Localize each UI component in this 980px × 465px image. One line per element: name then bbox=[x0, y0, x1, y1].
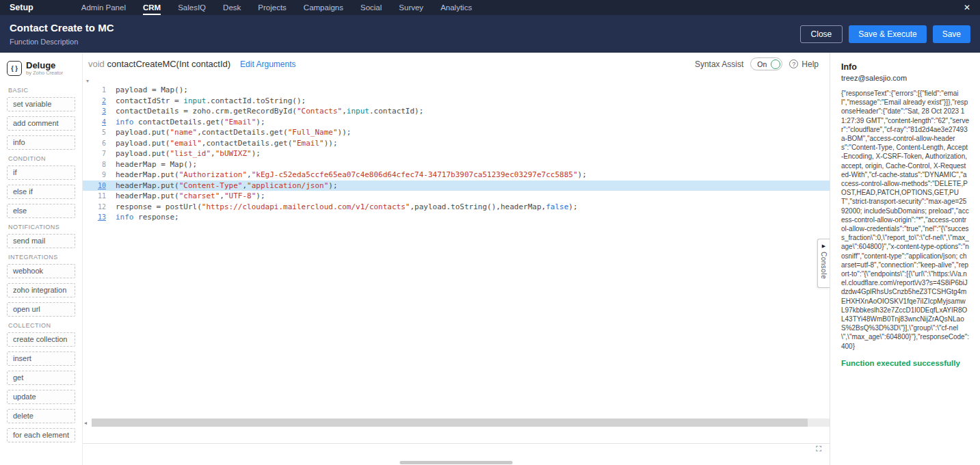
nav-item-survey[interactable]: Survey bbox=[399, 0, 423, 15]
edit-arguments-link[interactable]: Edit Arguments bbox=[240, 59, 295, 69]
line-number: 12 bbox=[83, 202, 116, 213]
line-number: 1 bbox=[83, 85, 116, 96]
editor-toolbar-right: Syntax Assist On ? Help bbox=[695, 57, 830, 70]
code-line-2[interactable]: 2contactIdStr = input.contactId.toString… bbox=[83, 96, 830, 107]
close-button[interactable]: Close bbox=[800, 25, 843, 43]
code-text: payload = Map(); bbox=[116, 85, 188, 96]
sidebar-item-zoho-integration[interactable]: zoho integration bbox=[7, 283, 75, 297]
sidebar-item-else-if[interactable]: else if bbox=[7, 185, 75, 199]
console-tab-label: Console bbox=[820, 252, 827, 279]
sidebar-item-insert[interactable]: insert bbox=[7, 351, 75, 366]
fullscreen-icon[interactable]: ⛶ bbox=[816, 444, 821, 453]
code-line-11[interactable]: 11headerMap.put("charset","UTF-8"); bbox=[83, 191, 830, 202]
info-email: treez@salesjio.com bbox=[841, 74, 969, 82]
save-button[interactable]: Save bbox=[933, 25, 970, 43]
console-arrow-icon: ▶ bbox=[822, 243, 825, 249]
sidebar-item-get[interactable]: get bbox=[7, 371, 75, 385]
console-resize-handle[interactable] bbox=[400, 461, 513, 464]
nav-item-crm[interactable]: CRM bbox=[143, 0, 161, 15]
line-number: 10 bbox=[83, 181, 116, 191]
code-line-3[interactable]: 3contactDetails = zoho.crm.getRecordById… bbox=[83, 106, 830, 117]
line-number: 3 bbox=[83, 106, 116, 117]
sidebar-item-add-comment[interactable]: add comment bbox=[7, 116, 75, 131]
console-tab[interactable]: ▶ Console bbox=[817, 239, 830, 288]
sidebar-item-info[interactable]: info bbox=[7, 135, 75, 150]
editor-toolbar: void contactCreateMC(Int contactId) Edit… bbox=[83, 53, 830, 75]
line-number: 9 bbox=[83, 170, 116, 181]
nav-item-campaigns[interactable]: Campaigns bbox=[304, 0, 343, 15]
code-line-4[interactable]: 4info contactDetails.get("Email"); bbox=[83, 117, 830, 128]
code-line-13[interactable]: 13info response; bbox=[83, 212, 830, 223]
code-line-6[interactable]: 6payload.put("email",contactDetails.get(… bbox=[83, 138, 830, 149]
deluge-logo-name: Deluge bbox=[26, 61, 63, 70]
sidebar-item-set-variable[interactable]: set variable bbox=[7, 97, 75, 111]
setup-brand[interactable]: Setup bbox=[10, 3, 34, 12]
nav-item-social[interactable]: Social bbox=[360, 0, 382, 15]
sidebar-item-delete[interactable]: delete bbox=[7, 409, 75, 423]
nav-item-projects[interactable]: Projects bbox=[258, 0, 287, 15]
code-line-12[interactable]: 12response = postUrl("https://cloudapi.m… bbox=[83, 202, 830, 213]
code-text: payload.put("name",contactDetails.get("F… bbox=[116, 127, 351, 138]
code-line-8[interactable]: 8headerMap = Map(); bbox=[83, 159, 830, 170]
code-line-9[interactable]: 9headerMap.put("Authorization","kEgJ-c52… bbox=[83, 170, 830, 181]
sidebar-section-label: INTEGRATIONS bbox=[8, 254, 74, 261]
code-lines: 1payload = Map();2contactIdStr = input.c… bbox=[83, 75, 830, 223]
scrollbar-thumb[interactable] bbox=[92, 418, 808, 427]
top-navbar: Setup Admin PanelCRMSalesIQDeskProjectsC… bbox=[0, 0, 980, 15]
sidebar-item-send-mail[interactable]: send mail bbox=[7, 234, 75, 248]
line-number: 5 bbox=[83, 127, 116, 138]
deluge-sidebar: { } Deluge by Zoho Creator BASICset vari… bbox=[0, 53, 82, 465]
syntax-assist-label: Syntax Assist bbox=[695, 59, 743, 69]
code-text: info contactDetails.get("Email"); bbox=[116, 117, 265, 128]
sidebar-item-else[interactable]: else bbox=[7, 204, 75, 218]
info-response-text: {"responseText":{"errors":[{"field":"ema… bbox=[841, 89, 969, 351]
deluge-logo-byline: by Zoho Creator bbox=[26, 70, 63, 76]
line-number: 8 bbox=[83, 159, 116, 170]
horizontal-scrollbar[interactable] bbox=[92, 418, 830, 427]
nav-item-admin-panel[interactable]: Admin Panel bbox=[81, 0, 126, 15]
sidebar-item-create-collection[interactable]: create collection bbox=[7, 332, 75, 347]
code-text: headerMap.put("charset","UTF-8"); bbox=[116, 191, 265, 202]
line-number: 13 bbox=[83, 212, 116, 223]
code-line-7[interactable]: 7payload.put("list_id","bUWIXZ"); bbox=[83, 148, 830, 159]
sidebar-item-for-each-element[interactable]: for each element bbox=[7, 428, 75, 442]
sidebar-section-label: COLLECTION bbox=[8, 322, 74, 329]
code-editor: void contactCreateMC(Int contactId) Edit… bbox=[82, 53, 830, 465]
line-number: 6 bbox=[83, 138, 116, 149]
code-line-1[interactable]: 1payload = Map(); bbox=[83, 85, 830, 96]
nav-item-analytics[interactable]: Analytics bbox=[440, 0, 472, 15]
code-area[interactable]: ▾ 1payload = Map();2contactIdStr = input… bbox=[83, 75, 830, 417]
sidebar-section-label: BASIC bbox=[8, 87, 74, 94]
nav-item-salesiq[interactable]: SalesIQ bbox=[178, 0, 206, 15]
close-icon[interactable]: ✕ bbox=[964, 3, 970, 12]
sidebar-section-label: NOTIFICATIONS bbox=[8, 224, 74, 230]
line-number: 11 bbox=[83, 191, 116, 202]
deluge-logo: { } Deluge by Zoho Creator bbox=[0, 53, 82, 81]
code-line-5[interactable]: 5payload.put("name",contactDetails.get("… bbox=[83, 127, 830, 138]
sidebar-item-webhook[interactable]: webhook bbox=[7, 264, 75, 278]
sidebar-item-if[interactable]: if bbox=[7, 165, 75, 180]
sidebar-item-open-url[interactable]: open url bbox=[7, 302, 75, 317]
nav-item-desk[interactable]: Desk bbox=[223, 0, 241, 15]
save-execute-button[interactable]: Save & Execute bbox=[849, 25, 926, 43]
main-area: { } Deluge by Zoho Creator BASICset vari… bbox=[0, 53, 980, 465]
syntax-assist-toggle[interactable]: On bbox=[750, 57, 782, 70]
scroll-left-icon[interactable]: ◂ bbox=[84, 420, 87, 426]
product-nav: Admin PanelCRMSalesIQDeskProjectsCampaig… bbox=[81, 0, 489, 15]
function-description-link[interactable]: Function Description bbox=[10, 38, 114, 46]
help-link[interactable]: ? Help bbox=[789, 59, 819, 69]
editor-bottom-divider bbox=[83, 443, 830, 444]
function-title-block: Contact Create to MC Function Descriptio… bbox=[10, 22, 114, 46]
code-text: contactIdStr = input.contactId.toString(… bbox=[116, 96, 306, 107]
fold-all-icon[interactable]: ▾ bbox=[86, 78, 89, 84]
info-panel: Info treez@salesjio.com {"responseText":… bbox=[830, 53, 980, 465]
page-title: Contact Create to MC bbox=[10, 22, 114, 34]
sidebar-item-update[interactable]: update bbox=[7, 390, 75, 404]
deluge-logo-icon: { } bbox=[7, 61, 22, 76]
code-line-10[interactable]: 10headerMap.put("Content-Type","applicat… bbox=[83, 181, 830, 191]
code-text: headerMap.put("Authorization","kEgJ-c52e… bbox=[116, 170, 587, 181]
sidebar-sections: BASICset variableadd commentinfoCONDITIO… bbox=[0, 87, 82, 442]
function-name: contactCreateMC(Int contactId) bbox=[105, 59, 230, 69]
execution-status: Function executed successfully bbox=[841, 359, 969, 367]
code-text: info response; bbox=[116, 212, 179, 223]
